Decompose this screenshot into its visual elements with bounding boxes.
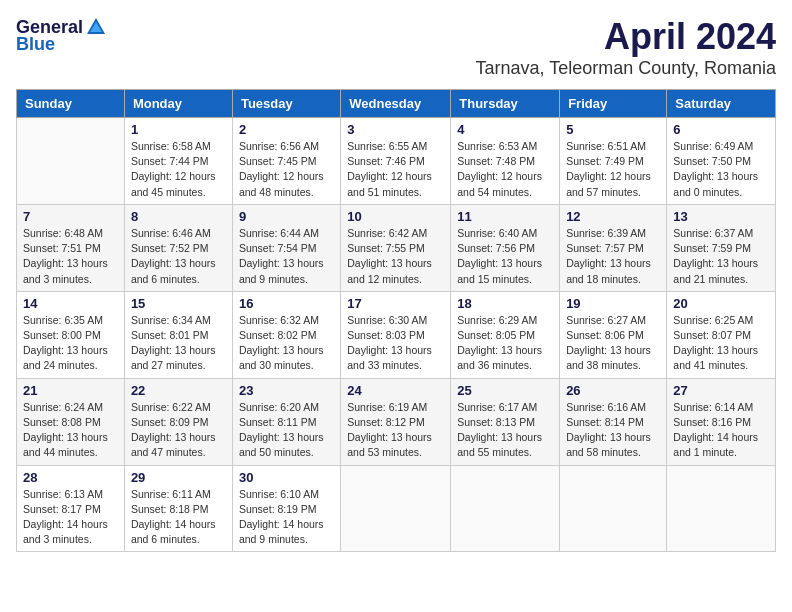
calendar-cell: 22Sunrise: 6:22 AM Sunset: 8:09 PM Dayli… [124,378,232,465]
calendar-cell [560,465,667,552]
calendar-cell: 26Sunrise: 6:16 AM Sunset: 8:14 PM Dayli… [560,378,667,465]
day-info: Sunrise: 6:27 AM Sunset: 8:06 PM Dayligh… [566,313,660,374]
day-info: Sunrise: 6:22 AM Sunset: 8:09 PM Dayligh… [131,400,226,461]
day-info: Sunrise: 6:20 AM Sunset: 8:11 PM Dayligh… [239,400,334,461]
calendar-cell: 11Sunrise: 6:40 AM Sunset: 7:56 PM Dayli… [451,204,560,291]
calendar-week-row: 21Sunrise: 6:24 AM Sunset: 8:08 PM Dayli… [17,378,776,465]
calendar-cell: 1Sunrise: 6:58 AM Sunset: 7:44 PM Daylig… [124,118,232,205]
calendar-cell: 24Sunrise: 6:19 AM Sunset: 8:12 PM Dayli… [341,378,451,465]
day-number: 18 [457,296,553,311]
logo-blue-text: Blue [16,34,55,55]
day-of-week-header: Thursday [451,90,560,118]
day-number: 13 [673,209,769,224]
calendar-cell: 29Sunrise: 6:11 AM Sunset: 8:18 PM Dayli… [124,465,232,552]
logo-icon [85,16,107,38]
day-number: 7 [23,209,118,224]
day-number: 10 [347,209,444,224]
day-info: Sunrise: 6:49 AM Sunset: 7:50 PM Dayligh… [673,139,769,200]
day-info: Sunrise: 6:53 AM Sunset: 7:48 PM Dayligh… [457,139,553,200]
day-info: Sunrise: 6:32 AM Sunset: 8:02 PM Dayligh… [239,313,334,374]
day-number: 8 [131,209,226,224]
calendar-cell: 3Sunrise: 6:55 AM Sunset: 7:46 PM Daylig… [341,118,451,205]
day-info: Sunrise: 6:34 AM Sunset: 8:01 PM Dayligh… [131,313,226,374]
calendar-cell: 28Sunrise: 6:13 AM Sunset: 8:17 PM Dayli… [17,465,125,552]
calendar-cell: 21Sunrise: 6:24 AM Sunset: 8:08 PM Dayli… [17,378,125,465]
days-of-week-row: SundayMondayTuesdayWednesdayThursdayFrid… [17,90,776,118]
calendar-cell: 17Sunrise: 6:30 AM Sunset: 8:03 PM Dayli… [341,291,451,378]
day-info: Sunrise: 6:30 AM Sunset: 8:03 PM Dayligh… [347,313,444,374]
day-number: 26 [566,383,660,398]
day-of-week-header: Tuesday [232,90,340,118]
day-info: Sunrise: 6:19 AM Sunset: 8:12 PM Dayligh… [347,400,444,461]
day-of-week-header: Wednesday [341,90,451,118]
day-info: Sunrise: 6:51 AM Sunset: 7:49 PM Dayligh… [566,139,660,200]
day-info: Sunrise: 6:37 AM Sunset: 7:59 PM Dayligh… [673,226,769,287]
day-number: 14 [23,296,118,311]
day-info: Sunrise: 6:14 AM Sunset: 8:16 PM Dayligh… [673,400,769,461]
calendar-cell: 5Sunrise: 6:51 AM Sunset: 7:49 PM Daylig… [560,118,667,205]
calendar-cell: 7Sunrise: 6:48 AM Sunset: 7:51 PM Daylig… [17,204,125,291]
day-info: Sunrise: 6:48 AM Sunset: 7:51 PM Dayligh… [23,226,118,287]
day-number: 25 [457,383,553,398]
calendar-cell: 4Sunrise: 6:53 AM Sunset: 7:48 PM Daylig… [451,118,560,205]
logo: General Blue [16,16,107,55]
month-title: April 2024 [476,16,777,58]
day-info: Sunrise: 6:55 AM Sunset: 7:46 PM Dayligh… [347,139,444,200]
day-info: Sunrise: 6:46 AM Sunset: 7:52 PM Dayligh… [131,226,226,287]
day-info: Sunrise: 6:44 AM Sunset: 7:54 PM Dayligh… [239,226,334,287]
calendar-cell: 14Sunrise: 6:35 AM Sunset: 8:00 PM Dayli… [17,291,125,378]
day-number: 23 [239,383,334,398]
day-number: 29 [131,470,226,485]
day-number: 21 [23,383,118,398]
calendar-cell: 9Sunrise: 6:44 AM Sunset: 7:54 PM Daylig… [232,204,340,291]
calendar-cell: 13Sunrise: 6:37 AM Sunset: 7:59 PM Dayli… [667,204,776,291]
calendar-week-row: 14Sunrise: 6:35 AM Sunset: 8:00 PM Dayli… [17,291,776,378]
day-number: 30 [239,470,334,485]
day-number: 2 [239,122,334,137]
day-of-week-header: Friday [560,90,667,118]
day-info: Sunrise: 6:13 AM Sunset: 8:17 PM Dayligh… [23,487,118,548]
calendar-cell: 25Sunrise: 6:17 AM Sunset: 8:13 PM Dayli… [451,378,560,465]
day-number: 24 [347,383,444,398]
day-number: 5 [566,122,660,137]
calendar-cell [17,118,125,205]
day-info: Sunrise: 6:25 AM Sunset: 8:07 PM Dayligh… [673,313,769,374]
day-number: 20 [673,296,769,311]
calendar-cell [451,465,560,552]
day-number: 6 [673,122,769,137]
calendar-cell: 20Sunrise: 6:25 AM Sunset: 8:07 PM Dayli… [667,291,776,378]
calendar-cell: 23Sunrise: 6:20 AM Sunset: 8:11 PM Dayli… [232,378,340,465]
calendar-cell: 6Sunrise: 6:49 AM Sunset: 7:50 PM Daylig… [667,118,776,205]
day-of-week-header: Monday [124,90,232,118]
day-number: 1 [131,122,226,137]
day-info: Sunrise: 6:10 AM Sunset: 8:19 PM Dayligh… [239,487,334,548]
day-info: Sunrise: 6:42 AM Sunset: 7:55 PM Dayligh… [347,226,444,287]
day-number: 22 [131,383,226,398]
calendar-cell: 18Sunrise: 6:29 AM Sunset: 8:05 PM Dayli… [451,291,560,378]
calendar-cell: 30Sunrise: 6:10 AM Sunset: 8:19 PM Dayli… [232,465,340,552]
day-number: 19 [566,296,660,311]
calendar-cell: 12Sunrise: 6:39 AM Sunset: 7:57 PM Dayli… [560,204,667,291]
day-of-week-header: Sunday [17,90,125,118]
calendar-cell [667,465,776,552]
calendar-cell: 19Sunrise: 6:27 AM Sunset: 8:06 PM Dayli… [560,291,667,378]
calendar-cell [341,465,451,552]
calendar-cell: 16Sunrise: 6:32 AM Sunset: 8:02 PM Dayli… [232,291,340,378]
title-block: April 2024 Tarnava, Teleorman County, Ro… [476,16,777,79]
page-header: General Blue April 2024 Tarnava, Teleorm… [16,16,776,79]
calendar-week-row: 28Sunrise: 6:13 AM Sunset: 8:17 PM Dayli… [17,465,776,552]
calendar-week-row: 7Sunrise: 6:48 AM Sunset: 7:51 PM Daylig… [17,204,776,291]
calendar-header: SundayMondayTuesdayWednesdayThursdayFrid… [17,90,776,118]
calendar-cell: 10Sunrise: 6:42 AM Sunset: 7:55 PM Dayli… [341,204,451,291]
day-of-week-header: Saturday [667,90,776,118]
day-info: Sunrise: 6:16 AM Sunset: 8:14 PM Dayligh… [566,400,660,461]
calendar-cell: 2Sunrise: 6:56 AM Sunset: 7:45 PM Daylig… [232,118,340,205]
day-info: Sunrise: 6:24 AM Sunset: 8:08 PM Dayligh… [23,400,118,461]
calendar-cell: 8Sunrise: 6:46 AM Sunset: 7:52 PM Daylig… [124,204,232,291]
day-info: Sunrise: 6:35 AM Sunset: 8:00 PM Dayligh… [23,313,118,374]
day-info: Sunrise: 6:17 AM Sunset: 8:13 PM Dayligh… [457,400,553,461]
day-number: 15 [131,296,226,311]
calendar-body: 1Sunrise: 6:58 AM Sunset: 7:44 PM Daylig… [17,118,776,552]
day-info: Sunrise: 6:29 AM Sunset: 8:05 PM Dayligh… [457,313,553,374]
day-number: 9 [239,209,334,224]
